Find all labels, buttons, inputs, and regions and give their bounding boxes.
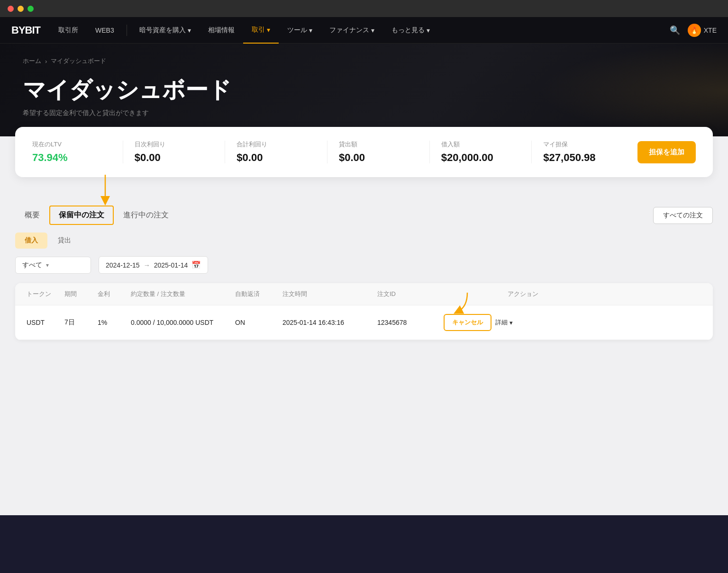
- user-avatar[interactable]: 🔥 XTE: [688, 24, 717, 37]
- main-content: 現在のLTV 73.94% 日次利回り $0.00 合計利回り $0.00 貸出…: [0, 136, 728, 515]
- nav-tab-finance[interactable]: ファイナンス ▾: [321, 17, 383, 44]
- lending-value: $0.00: [339, 152, 418, 164]
- detail-button[interactable]: 詳細 ▾: [495, 318, 513, 327]
- total-label: 合計利回り: [237, 140, 316, 149]
- chevron-down-icon: ▾: [427, 27, 430, 34]
- ltv-label: 現在のLTV: [32, 140, 111, 149]
- th-order-id: 注文ID: [377, 290, 444, 298]
- date-range-filter[interactable]: 2024-12-15 → 2025-01-14 📅: [99, 256, 208, 274]
- daily-label: 日次利回り: [135, 140, 214, 149]
- user-label: XTE: [704, 27, 717, 34]
- page-title: マイダッシュボード: [23, 75, 705, 105]
- orders-table: トークン 期間 金利 約定数量 / 注文数量 自動返済 注文時間 注文ID アク…: [15, 283, 713, 340]
- hero-section: ホーム › マイダッシュボード マイダッシュボード 希望する固定金利で借入と貸出…: [0, 44, 728, 136]
- th-token: トークン: [27, 290, 64, 298]
- stats-card: 現在のLTV 73.94% 日次利回り $0.00 合計利回り $0.00 貸出…: [15, 127, 713, 177]
- th-auto-repay: 自動返済: [235, 290, 282, 298]
- stat-borrowing: 借入額 $20,000.00: [441, 140, 520, 164]
- td-quantity: 0.0000 / 10,000.0000 USDT: [131, 319, 235, 326]
- close-button[interactable]: [8, 6, 14, 12]
- breadcrumb-chevron: ›: [45, 58, 47, 65]
- sub-tabs: 借入 貸出: [15, 233, 713, 249]
- chevron-down-icon: ▾: [309, 27, 312, 34]
- th-rate: 金利: [98, 290, 131, 298]
- borrowing-value: $20,000.00: [441, 152, 520, 164]
- arrow-svg-1: [91, 172, 129, 206]
- total-value: $0.00: [237, 152, 316, 164]
- td-period: 7日: [64, 318, 98, 327]
- stat-divider-1: [123, 141, 123, 163]
- borrowing-label: 借入額: [441, 140, 520, 149]
- calendar-icon: 📅: [191, 260, 201, 269]
- stat-divider-2: [225, 141, 225, 163]
- nav-tab-tools[interactable]: ツール ▾: [279, 17, 321, 44]
- date-from: 2024-12-15: [106, 261, 140, 269]
- td-order-time: 2025-01-14 16:43:16: [282, 319, 377, 326]
- maximize-button[interactable]: [27, 6, 34, 12]
- nav-tab-more[interactable]: もっと見る ▾: [383, 17, 438, 44]
- all-orders-button[interactable]: すべての注文: [653, 207, 713, 224]
- token-filter-select[interactable]: すべて ▾: [15, 257, 91, 274]
- stat-divider-4: [429, 141, 430, 163]
- th-quantity: 約定数量 / 注文数量: [131, 290, 235, 298]
- sub-tab-lend[interactable]: 貸出: [48, 233, 81, 249]
- stat-divider-3: [327, 141, 328, 163]
- td-order-id: 12345678: [377, 319, 444, 326]
- minimize-button[interactable]: [18, 6, 24, 12]
- th-order-time: 注文時間: [282, 290, 377, 298]
- th-period: 期間: [64, 290, 98, 298]
- breadcrumb-current: マイダッシュボード: [51, 57, 106, 65]
- table-header: トークン 期間 金利 約定数量 / 注文数量 自動返済 注文時間 注文ID アク…: [15, 283, 713, 305]
- table-row: USDT 7日 1% 0.0000 / 10,000.0000 USDT ON …: [15, 305, 713, 340]
- add-collateral-container: 担保を追加: [637, 141, 696, 163]
- nav-right: 🔍 🔥 XTE: [670, 24, 717, 37]
- tabs-row: 概要 保留中の注文 進行中の注文 すべての注文: [15, 206, 713, 225]
- window-chrome: [0, 0, 728, 17]
- filters-row: すべて ▾ 2024-12-15 → 2025-01-14 📅: [15, 256, 713, 274]
- td-token: USDT: [27, 319, 64, 326]
- stat-total: 合計利回り $0.00: [237, 140, 316, 164]
- daily-value: $0.00: [135, 152, 214, 164]
- date-to: 2025-01-14: [154, 261, 188, 269]
- tab-pending-orders[interactable]: 保留中の注文: [49, 206, 114, 225]
- chevron-down-icon: ▾: [46, 262, 49, 269]
- stat-daily: 日次利回り $0.00: [135, 140, 214, 164]
- td-action: キャンセル 詳細 ▾: [444, 314, 538, 331]
- tab-overview[interactable]: 概要: [15, 206, 49, 225]
- arrow-annotation-1: [15, 172, 713, 206]
- avatar-fire-icon: 🔥: [688, 24, 701, 37]
- nav-separator: [127, 25, 127, 36]
- stat-ltv: 現在のLTV 73.94%: [32, 140, 111, 164]
- nav-tab-market[interactable]: 相場情報: [200, 17, 243, 44]
- chevron-down-icon: ▾: [267, 26, 270, 34]
- stat-divider-5: [531, 141, 532, 163]
- tab-active-orders[interactable]: 進行中の注文: [114, 206, 178, 225]
- bybit-logo: BYBIT: [11, 24, 40, 36]
- detail-label: 詳細: [495, 318, 508, 327]
- navbar: BYBIT 取引所 WEB3 暗号資産を購入 ▾ 相場情報 取引 ▾ ツール ▾…: [0, 17, 728, 44]
- search-icon[interactable]: 🔍: [670, 25, 680, 36]
- add-collateral-button[interactable]: 担保を追加: [637, 141, 696, 163]
- chevron-down-icon: ▾: [188, 27, 191, 34]
- date-arrow-icon: →: [144, 261, 150, 269]
- nav-tab-exchange[interactable]: 取引所: [50, 17, 87, 44]
- nav-tab-buy-crypto[interactable]: 暗号資産を購入 ▾: [131, 17, 200, 44]
- collateral-value: $27,050.98: [543, 152, 622, 164]
- nav-tab-trade[interactable]: 取引 ▾: [243, 17, 279, 44]
- filter-select-label: すべて: [22, 261, 42, 269]
- stat-collateral: マイ担保 $27,050.98: [543, 140, 622, 164]
- arrow-svg-2: [444, 290, 477, 314]
- lending-label: 貸出額: [339, 140, 418, 149]
- page-subtitle: 希望する固定金利で借入と貸出ができます: [23, 109, 705, 117]
- collateral-label: マイ担保: [543, 140, 622, 149]
- cancel-order-button[interactable]: キャンセル: [444, 314, 491, 331]
- ltv-value: 73.94%: [32, 152, 111, 164]
- chevron-down-icon: ▾: [510, 319, 513, 326]
- td-auto-repay: ON: [235, 319, 282, 326]
- chevron-down-icon: ▾: [371, 27, 374, 34]
- nav-tab-web3[interactable]: WEB3: [87, 17, 123, 44]
- sub-tab-borrow[interactable]: 借入: [15, 233, 47, 249]
- stat-lending: 貸出額 $0.00: [339, 140, 418, 164]
- td-rate: 1%: [98, 319, 131, 326]
- breadcrumb-home[interactable]: ホーム: [23, 57, 41, 65]
